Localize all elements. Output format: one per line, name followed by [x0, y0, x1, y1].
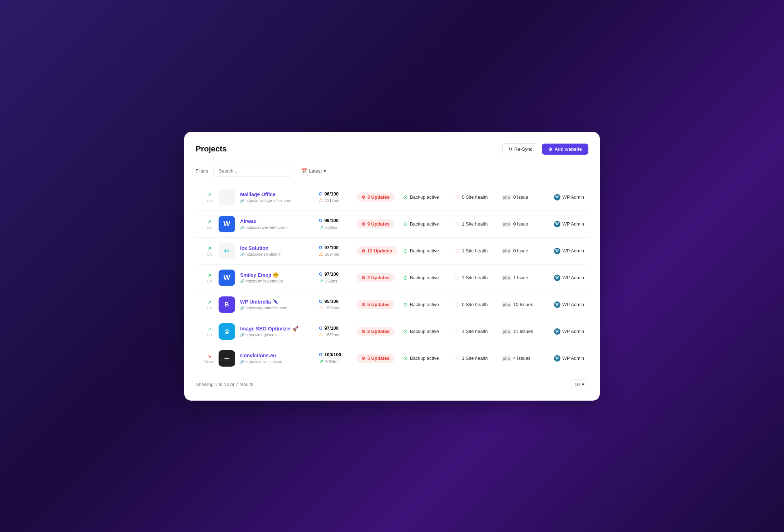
site-wp-admin[interactable]: W WP Admin: [541, 221, 584, 227]
site-url: 🔗 https://airwaxfreefly.com: [240, 225, 315, 229]
site-updates[interactable]: ⊗ 2 Updates: [357, 327, 403, 336]
site-url: 🔗 https://wp-umbrella.com: [240, 306, 315, 310]
status-up-icon: ↗: [207, 326, 211, 332]
updates-label: 9 Updates: [367, 221, 389, 227]
site-score: G 99/100 ↗ 638ms: [319, 218, 353, 231]
link-icon: 🔗: [240, 333, 244, 337]
site-updates[interactable]: ⊗ 9 Updates: [357, 219, 403, 228]
issues-label: 0 Issue: [513, 248, 528, 253]
health-icon: ♡: [455, 302, 460, 308]
issues-label: 1 Issue: [513, 275, 528, 280]
site-wp-admin[interactable]: W WP Admin: [541, 248, 584, 254]
header: Projects ↻ Re-Sync ⊕ Add website: [196, 143, 588, 155]
site-name[interactable]: Airwax: [240, 218, 315, 224]
status-label: Up: [207, 333, 212, 337]
backup-label: Backup active: [410, 194, 439, 200]
site-name[interactable]: Convictions.eu: [240, 353, 315, 358]
filters-label: Filters: [196, 168, 208, 174]
wp-admin-label: WP Admin: [563, 329, 584, 334]
health-label: 1 Site health: [462, 356, 488, 361]
health-icon: ♡: [455, 275, 460, 281]
status-label: Up: [207, 225, 212, 229]
site-url: 🔗 https://maillage-office.com: [240, 198, 315, 203]
site-logo: —: [219, 350, 235, 367]
score-value: 100/100: [324, 352, 341, 357]
site-updates[interactable]: ⊗ 5 Updates: [357, 354, 403, 363]
site-name[interactable]: Ice Solution: [240, 245, 315, 251]
chevron-down-icon: ▾: [582, 382, 584, 387]
site-updates[interactable]: ⊗ 3 Updates: [357, 193, 403, 202]
site-name[interactable]: WP Umbrella 🌂: [240, 299, 315, 305]
updates-label: 2 Updates: [367, 329, 389, 334]
add-website-button[interactable]: ⊕ Add website: [542, 144, 588, 155]
score-value: 97/100: [324, 271, 339, 277]
link-icon: 🔗: [240, 252, 244, 256]
site-issues: php 0 Issue: [502, 248, 541, 253]
site-name[interactable]: Image SEO Optimizer 🚀: [240, 326, 315, 332]
link-icon: 🔗: [240, 306, 244, 310]
link-icon: 🔗: [240, 226, 244, 229]
speed-ok-icon: ↗: [319, 224, 324, 231]
table-row: ↘ Down — Convictions.eu 🔗 https://convic…: [196, 345, 588, 372]
speed-value: 1902ms: [325, 306, 339, 310]
site-name[interactable]: Smiley Emoji 😊: [240, 272, 315, 278]
status-up-icon: ↗: [207, 272, 211, 278]
health-icon: ♡: [455, 329, 460, 334]
site-info: Smiley Emoji 😊 🔗 https://smiley-emoji.io: [240, 272, 315, 283]
google-icon: G: [319, 325, 322, 331]
backup-label: Backup active: [410, 248, 439, 253]
google-icon: G: [319, 352, 322, 357]
site-wp-admin[interactable]: W WP Admin: [541, 275, 584, 281]
site-backup: ⊙ Backup active: [403, 301, 455, 308]
site-issues: php 1 Issue: [502, 275, 541, 280]
site-status: ↗ Up: [200, 192, 219, 203]
backup-icon: ⊙: [403, 221, 408, 227]
updates-icon: ⊗: [362, 329, 365, 334]
calendar-icon: 📅: [301, 168, 307, 174]
table-row: ↗ Up W Airwax 🔗 https://airwaxfreefly.co…: [196, 211, 588, 238]
health-label: 1 Site health: [462, 275, 488, 280]
table-row: ↗ Up Maillage Office 🔗 https://maillage-…: [196, 184, 588, 211]
health-label: 1 Site health: [462, 221, 488, 227]
health-label: 1 Site health: [462, 248, 488, 253]
site-issues: php 4 Issues: [502, 356, 541, 361]
site-updates[interactable]: ⊗ 5 Updates: [357, 300, 403, 309]
wordpress-icon: W: [554, 221, 560, 227]
backup-label: Backup active: [410, 329, 439, 334]
google-icon: G: [319, 191, 322, 197]
wp-admin-label: WP Admin: [563, 275, 584, 280]
site-name[interactable]: Maillage Office: [240, 192, 315, 197]
php-icon: php: [502, 302, 511, 307]
filters-row: Filters 📅 Latest ▾: [196, 165, 588, 177]
backup-icon: ⊙: [403, 355, 408, 362]
site-wp-admin[interactable]: W WP Admin: [541, 194, 584, 200]
per-page-select[interactable]: 10 ▾: [571, 379, 588, 389]
site-logo: W: [219, 270, 235, 286]
footer-row: Showing 1 to 10 of 7 results 10 ▾: [196, 379, 588, 389]
speed-value: 638ms: [325, 225, 337, 229]
site-wp-admin[interactable]: W WP Admin: [541, 301, 584, 308]
status-label: Down: [204, 359, 214, 364]
site-wp-admin[interactable]: W WP Admin: [541, 355, 584, 362]
site-wp-admin[interactable]: W WP Admin: [541, 328, 584, 335]
site-updates[interactable]: ⊗ 2 Updates: [357, 273, 403, 282]
site-score: G 97/100 ↗ 652ms: [319, 271, 353, 284]
site-health: ♡ 1 Site health: [455, 275, 502, 281]
status-label: Up: [207, 252, 212, 256]
status-up-icon: ↗: [207, 219, 211, 224]
site-logo: [219, 189, 235, 205]
site-backup: ⊙ Backup active: [403, 328, 455, 335]
google-icon: G: [319, 218, 322, 223]
updates-icon: ⊗: [362, 302, 365, 307]
latest-filter-button[interactable]: 📅 Latest ▾: [297, 166, 330, 176]
site-updates[interactable]: ⊗ 12 Updates: [357, 246, 403, 255]
search-input[interactable]: [213, 165, 292, 177]
header-actions: ↻ Re-Sync ⊕ Add website: [502, 143, 588, 155]
site-logo: B: [219, 296, 235, 313]
health-icon: ♡: [455, 194, 460, 200]
speed-value: 652ms: [325, 279, 337, 283]
issues-label: 4 Issues: [513, 356, 530, 361]
php-icon: php: [502, 275, 511, 280]
backup-icon: ⊙: [403, 301, 408, 308]
resync-button[interactable]: ↻ Re-Sync: [502, 143, 539, 155]
